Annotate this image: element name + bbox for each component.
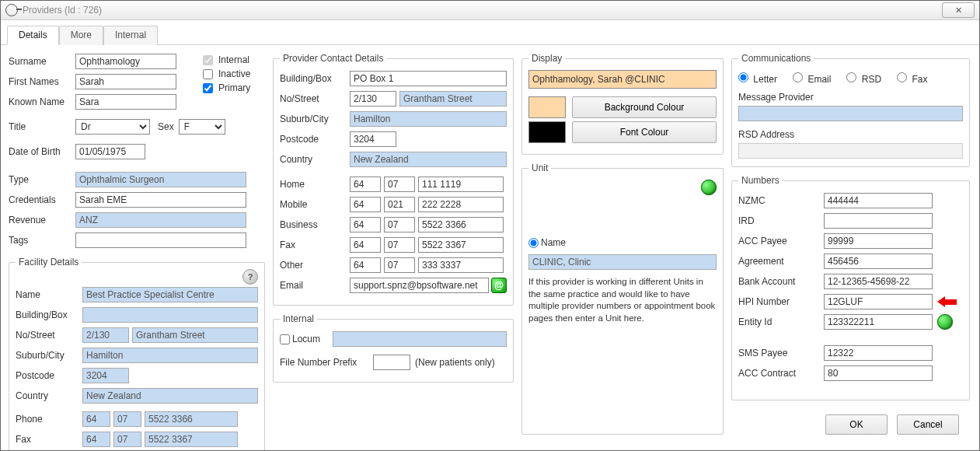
contact-buildingbox[interactable] [350, 71, 507, 86]
type-label: Type [9, 174, 75, 185]
unit-name-radio[interactable] [528, 238, 539, 248]
unit-legend: Unit [528, 163, 551, 173]
ird-input[interactable] [824, 213, 933, 229]
locum-checkbox[interactable] [280, 334, 290, 344]
fax-cc[interactable] [350, 237, 381, 253]
mobile-no[interactable] [418, 197, 504, 212]
tab-details[interactable]: Details [7, 26, 59, 45]
hpi-input[interactable] [824, 294, 933, 309]
cancel-button[interactable]: Cancel [897, 414, 959, 435]
unit-select[interactable]: CLINIC, Clinic [528, 254, 717, 270]
ok-button[interactable]: OK [825, 414, 888, 435]
mobile-ac[interactable] [384, 197, 415, 212]
entity-lookup-icon[interactable] [937, 314, 953, 330]
comms-letter[interactable]: Letter [738, 72, 777, 85]
tab-strip: Details More Internal [1, 20, 979, 45]
revenue-label: Revenue [9, 215, 75, 226]
nzmc-input[interactable] [824, 193, 933, 208]
contact-suburb[interactable]: Hamilton [350, 111, 507, 127]
business-label: Business [280, 219, 350, 230]
accpayee-label: ACC Payee [738, 236, 824, 246]
nzmc-label: NZMC [738, 195, 824, 206]
facility-fieldset: Facility Details ? Name Best Practice Sp… [9, 257, 265, 450]
home-cc[interactable] [350, 177, 381, 192]
primary-checkbox[interactable] [203, 83, 213, 93]
revenue-field[interactable]: ANZ [75, 212, 246, 228]
contact-postcode[interactable] [350, 131, 396, 147]
providers-window: Providers (Id : 726) ✕ Details More Inte… [0, 0, 980, 451]
contact-suburb-label: Suburb/City [280, 114, 350, 124]
comms-rsd[interactable]: RSD [846, 72, 881, 85]
surname-input[interactable] [75, 54, 176, 69]
locum-value[interactable] [333, 331, 507, 347]
business-no[interactable] [418, 217, 504, 232]
contact-legend: Provider Contact Details [280, 53, 386, 64]
other-no[interactable] [418, 257, 504, 273]
filenum-input[interactable] [373, 355, 410, 370]
rsdaddr-label: RSD Address [738, 129, 963, 140]
contact-fieldset: Provider Contact Details Building/Box No… [273, 53, 514, 306]
type-field[interactable]: Ophthalmic Surgeon [75, 172, 246, 187]
credentials-input[interactable] [75, 192, 246, 208]
tab-more[interactable]: More [59, 26, 103, 45]
knownname-label: Known Name [9, 96, 75, 107]
acccontract-input[interactable] [824, 365, 933, 381]
home-ac[interactable] [384, 177, 415, 192]
knownname-input[interactable] [75, 94, 176, 110]
window-title: Providers (Id : 726) [23, 5, 102, 16]
home-no[interactable] [418, 177, 504, 192]
bg-colour-button[interactable]: Background Colour [572, 96, 717, 118]
hpi-pointer-icon [937, 296, 957, 307]
tags-input[interactable] [75, 232, 246, 248]
facility-phone-ac: 07 [113, 411, 141, 427]
fax-no[interactable] [418, 237, 504, 253]
unit-add-icon[interactable] [701, 180, 717, 195]
credentials-label: Credentials [9, 194, 75, 205]
internal-checkbox[interactable] [203, 55, 213, 65]
rsdaddr-field [738, 143, 963, 159]
firstnames-input[interactable] [75, 74, 176, 89]
other-label: Other [280, 260, 350, 271]
dob-input[interactable] [75, 144, 145, 159]
entity-label: Entity Id [738, 316, 824, 327]
facility-suburb: Hamilton [82, 348, 258, 363]
email-at-icon[interactable]: @ [491, 278, 507, 293]
unit-name-label: Name [541, 237, 566, 248]
inactive-checkbox[interactable] [203, 69, 213, 79]
internal-cb-label: Internal [218, 54, 249, 65]
comms-fax[interactable]: Fax [897, 72, 927, 85]
other-ac[interactable] [384, 257, 415, 273]
numbers-legend: Numbers [738, 175, 783, 186]
display-legend: Display [528, 53, 565, 64]
mobile-cc[interactable] [350, 197, 381, 212]
bank-input[interactable] [824, 274, 933, 289]
window-close-button[interactable]: ✕ [942, 2, 975, 18]
unit-fieldset: Unit Name CLINIC, Clinic If this provide… [521, 163, 724, 435]
filenum-label: File Number Prefix [280, 357, 373, 368]
tab-internal[interactable]: Internal [103, 26, 158, 45]
font-colour-button[interactable]: Font Colour [572, 121, 717, 143]
accpayee-input[interactable] [824, 233, 933, 249]
comms-email[interactable]: Email [793, 72, 831, 85]
contact-streetname[interactable]: Grantham Street [399, 91, 507, 107]
facility-help-icon[interactable]: ? [242, 269, 258, 285]
contact-streetno[interactable] [350, 91, 396, 107]
sex-select[interactable]: F [179, 119, 225, 135]
contact-country[interactable]: New Zealand [350, 152, 507, 167]
sms-input[interactable] [824, 345, 933, 361]
entity-input[interactable] [824, 314, 933, 330]
ird-label: IRD [738, 215, 824, 226]
home-label: Home [280, 179, 350, 190]
business-ac[interactable] [384, 217, 415, 232]
email-input[interactable] [350, 278, 489, 293]
business-cc[interactable] [350, 217, 381, 232]
facility-fax-label: Fax [16, 434, 82, 445]
facility-fax-cc: 64 [82, 432, 110, 447]
other-cc[interactable] [350, 257, 381, 273]
fax-ac[interactable] [384, 237, 415, 253]
agreement-input[interactable] [824, 253, 933, 269]
title-select[interactable]: Dr [75, 119, 150, 135]
internal-legend: Internal [280, 313, 317, 324]
msgprov-field[interactable] [738, 106, 963, 121]
facility-streetname: Grantham Street [132, 327, 258, 343]
